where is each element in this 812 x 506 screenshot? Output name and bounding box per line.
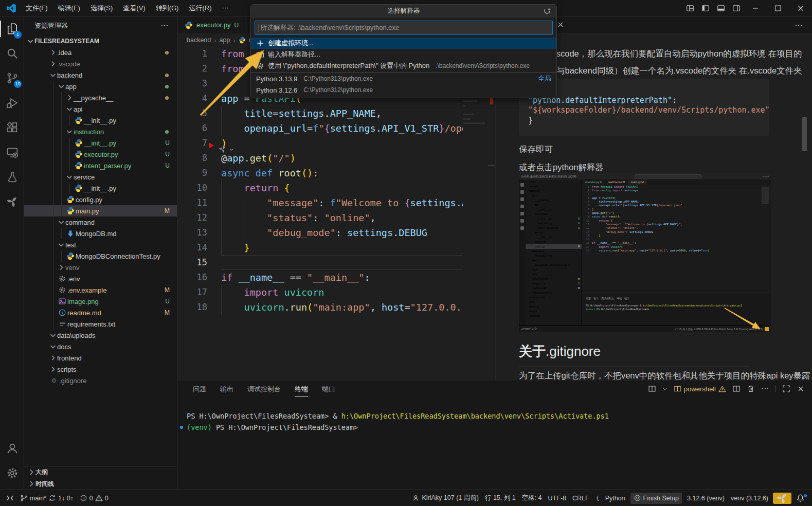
- tree-item-api[interactable]: api: [24, 103, 177, 115]
- terminal-shell-label[interactable]: powershell: [674, 385, 726, 393]
- copilot-inline-icon[interactable]: [219, 145, 234, 153]
- status-item-4[interactable]: 空格: 4: [519, 493, 545, 504]
- status-item-CRLF[interactable]: CRLF: [569, 493, 592, 504]
- status-item-Python[interactable]: { }Python: [592, 493, 628, 504]
- activity-run-debug[interactable]: [0, 91, 24, 115]
- tab-executor-py[interactable]: executor.py U: [177, 16, 246, 33]
- interpreter-input[interactable]: 所选解释器: .\backend\venv\Scripts\python.exe: [255, 21, 553, 35]
- git-branch-status[interactable]: main*1↓ 0↑: [17, 493, 77, 504]
- toggle-secondary-sidebar-icon[interactable]: [729, 1, 744, 15]
- activity-extensions[interactable]: [0, 115, 24, 140]
- status-item-venv3126[interactable]: venv (3.12.6): [728, 493, 771, 504]
- menu-item[interactable]: 运行(R): [185, 2, 215, 14]
- tree-item-command[interactable]: command: [24, 216, 177, 228]
- split-terminal-icon[interactable]: [648, 385, 656, 393]
- tree-item-executor.py[interactable]: executor.pyU: [24, 149, 177, 160]
- activity-explorer[interactable]: 1: [0, 16, 24, 41]
- tree-item-venv[interactable]: venv: [24, 262, 177, 273]
- sidebar-section-大纲[interactable]: 大纲: [24, 466, 177, 478]
- toggle-sidebar-icon[interactable]: [698, 1, 713, 15]
- sidebar-section-时间线[interactable]: 时间线: [24, 478, 177, 490]
- quickpick-item[interactable]: 使用 \"python.defaultInterpreterPath\" 设置中…: [251, 60, 556, 71]
- tree-item-backend[interactable]: backend: [24, 69, 177, 81]
- activity-settings[interactable]: [0, 461, 24, 485]
- tree-item-__init__.py[interactable]: __init__.py: [24, 183, 177, 194]
- maximize-button[interactable]: [767, 0, 789, 16]
- tree-item-.vscode[interactable]: .vscode: [24, 58, 177, 69]
- tree-item-__pycache__[interactable]: __pycache__: [24, 92, 177, 103]
- activity-ai-extension[interactable]: [0, 189, 24, 214]
- tree-item-.env.example[interactable]: .env.exampleM: [24, 284, 177, 296]
- quickpick-item[interactable]: Python 3.13.9C:\Python313\python.exe全局: [251, 73, 556, 84]
- tree-item-test[interactable]: test: [24, 239, 177, 250]
- tree-item-config.py[interactable]: config.py: [24, 194, 177, 205]
- tree-item-docs[interactable]: docs: [24, 341, 177, 352]
- tree-item-readme.md[interactable]: readme.mdM: [24, 307, 177, 318]
- refresh-icon[interactable]: [543, 7, 551, 15]
- tree-item-.idea[interactable]: .idea: [24, 47, 177, 58]
- menu-item[interactable]: 选择(S): [86, 2, 117, 14]
- status-item-UTF8[interactable]: UTF-8: [545, 493, 569, 504]
- status-item-151[interactable]: 行 15, 列 1: [482, 493, 519, 504]
- tree-item-.env[interactable]: .env: [24, 273, 177, 284]
- tree-item-service[interactable]: service: [24, 171, 177, 183]
- quickpick-item[interactable]: 输入解释器路径...: [251, 49, 556, 60]
- status-item-FinishSetup[interactable]: Finish Setup: [630, 493, 682, 504]
- more-actions-icon[interactable]: [160, 22, 169, 30]
- activity-source-control[interactable]: 10: [0, 66, 24, 91]
- tree-item-__init__.py[interactable]: __init__.py: [24, 115, 177, 126]
- tree-item-main.py[interactable]: main.pyM: [24, 205, 177, 216]
- menu-item[interactable]: 编辑(E): [54, 2, 84, 14]
- activity-search[interactable]: [0, 41, 24, 66]
- braces-icon: { }: [596, 494, 603, 502]
- close-tab-icon[interactable]: [556, 21, 565, 29]
- close-button[interactable]: [789, 0, 812, 16]
- maximize-panel-icon[interactable]: [782, 385, 790, 393]
- activity-testing[interactable]: [0, 165, 24, 189]
- scroll-down-icon[interactable]: ▼: [804, 373, 809, 379]
- tree-item-app[interactable]: app: [24, 81, 177, 92]
- tree-item-requirements.txt[interactable]: requirements.txt: [24, 318, 177, 330]
- status-item-pinwheel[interactable]: [773, 493, 791, 504]
- tree-item-datauploads[interactable]: data\uploads: [24, 330, 177, 341]
- status-item-3126venv[interactable]: 3.12.6 (venv): [684, 493, 728, 504]
- quickpick-item[interactable]: Python 3.12.6C:\Python312\python.exe: [251, 84, 556, 96]
- tree-item-image.png[interactable]: image.pngU: [24, 296, 177, 307]
- menu-item[interactable]: 文件(F): [22, 2, 52, 14]
- status-item-KiriAky1071[interactable]: KiriAky 107 (1 周前): [409, 493, 481, 504]
- more-actions-icon[interactable]: [761, 385, 769, 393]
- panel-tab-输出[interactable]: 输出: [220, 385, 233, 397]
- toggle-panel-icon[interactable]: [713, 1, 729, 15]
- tree-item-__init__.py[interactable]: __init__.pyU: [24, 137, 177, 149]
- quickpick-item[interactable]: 创建虚拟环境...: [251, 38, 556, 49]
- minimize-button[interactable]: [744, 0, 767, 16]
- tree-item-instruction[interactable]: instruction: [24, 126, 177, 137]
- menu-item[interactable]: 转到(G): [152, 2, 183, 14]
- tree-item-frontend[interactable]: frontend: [24, 352, 177, 364]
- menu-item[interactable]: 查看(V): [119, 2, 149, 14]
- terminal-output[interactable]: PS H:\OwnProject\FilesReadSysteam> & h:\…: [187, 410, 807, 433]
- kill-terminal-icon[interactable]: [747, 385, 755, 393]
- menu-item[interactable]: ···: [218, 2, 232, 14]
- activity-remote-explorer[interactable]: [0, 140, 24, 165]
- tree-item-MongoDBConnectionTest.py[interactable]: MongoDBConnectionTest.py: [24, 250, 177, 262]
- tree-item-intent_parser.py[interactable]: intent_parser.pyU: [24, 160, 177, 171]
- tree-item-scripts[interactable]: scripts: [24, 364, 177, 375]
- panel-tab-终端[interactable]: 终端: [295, 385, 308, 397]
- more-actions-icon[interactable]: [795, 21, 803, 29]
- split-icon[interactable]: [732, 385, 741, 393]
- customize-layout-icon[interactable]: [682, 1, 698, 15]
- panel-tab-调试控制台[interactable]: 调试控制台: [247, 385, 281, 397]
- scrollbar[interactable]: [802, 117, 807, 151]
- tree-item-.gitignore[interactable]: .gitignore: [24, 375, 177, 386]
- tree-item-MongoDB.md[interactable]: MongoDB.md: [24, 228, 177, 239]
- workspace-section-header[interactable]: FILESREADSYSTEAM: [24, 35, 177, 47]
- chevron-down-icon[interactable]: [662, 386, 667, 392]
- panel-tab-问题[interactable]: 问题: [193, 385, 206, 397]
- problems-status[interactable]: 00: [77, 493, 112, 504]
- panel-tab-端口[interactable]: 端口: [322, 385, 335, 397]
- close-panel-icon[interactable]: [797, 385, 805, 393]
- activity-accounts[interactable]: [0, 436, 24, 461]
- remote-indicator[interactable]: [3, 493, 17, 504]
- status-item-bell[interactable]: [793, 493, 808, 504]
